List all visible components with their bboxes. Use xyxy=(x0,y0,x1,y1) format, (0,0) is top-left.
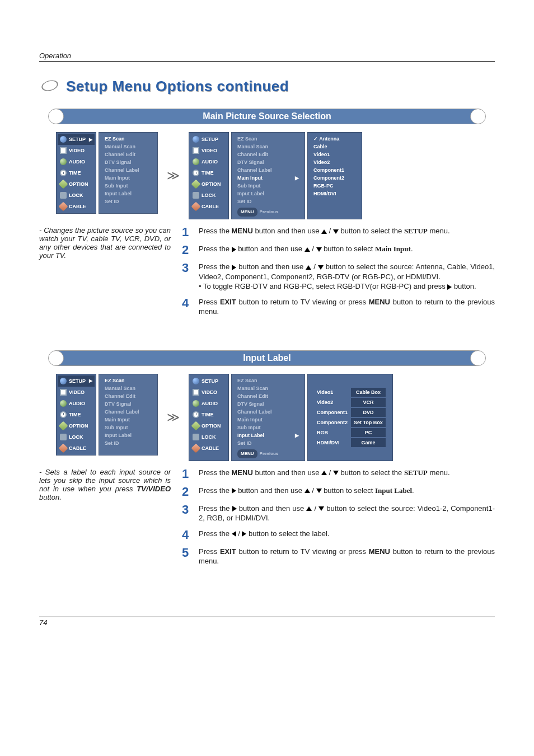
flow-arrow-icon: ≫ xyxy=(163,168,183,183)
time-icon xyxy=(60,411,67,418)
lock-icon xyxy=(193,192,199,199)
audio-icon xyxy=(193,400,199,407)
osd-left: SETUP▶ VIDEO AUDIO TIME OPTION LOCK CABL… xyxy=(56,132,158,214)
cable-icon xyxy=(59,443,68,453)
option-icon xyxy=(191,421,201,430)
audio-icon xyxy=(60,158,67,165)
cable-icon xyxy=(191,202,201,212)
option-icon xyxy=(59,421,68,430)
time-icon xyxy=(193,170,199,176)
section-label: Operation xyxy=(39,51,495,62)
banner-main-picture-source: Main Picture Source Selection xyxy=(39,109,495,124)
lock-icon xyxy=(60,434,67,440)
step-2: 2 Press the button and then use / button… xyxy=(182,486,495,498)
video-icon xyxy=(60,147,67,154)
setup-icon xyxy=(193,136,199,143)
page-title: Setup Menu Options continued xyxy=(66,78,289,95)
step-2: 2 Press the button and then use / button… xyxy=(182,244,495,256)
flow-arrow-icon: ≫ xyxy=(163,410,183,425)
lock-icon xyxy=(193,434,199,440)
lock-icon xyxy=(60,192,67,199)
video-icon xyxy=(193,147,199,154)
video-icon xyxy=(60,389,67,396)
setup-icon xyxy=(193,378,199,384)
cable-icon xyxy=(191,443,201,453)
page-number: 74 xyxy=(39,617,495,627)
satellite-dish-icon xyxy=(39,75,62,97)
time-icon xyxy=(193,411,199,418)
step-3: 3 Press the button and then use / button… xyxy=(182,504,495,523)
step-4: 4 Press the / button to select the label… xyxy=(182,529,495,541)
audio-icon xyxy=(193,158,199,165)
audio-icon xyxy=(60,400,67,407)
step-3: 3 Press the button and then use / button… xyxy=(182,262,495,292)
osd-right-section2: SETUP VIDEO AUDIO TIME OPTION LOCK CABLE… xyxy=(189,374,393,461)
cable-icon xyxy=(59,202,68,212)
step-4: 4 Press EXIT button to return to TV view… xyxy=(182,297,495,317)
option-icon xyxy=(59,180,68,189)
step-1: 1 Press the MENU button and then use / b… xyxy=(182,468,495,480)
setup-icon xyxy=(60,136,67,143)
video-icon xyxy=(193,389,199,396)
step-5: 5 Press EXIT button to return to TV view… xyxy=(182,547,495,566)
section1-description: - Changes the picture source so you can … xyxy=(39,226,171,322)
osd-right-section1: SETUP VIDEO AUDIO TIME OPTION LOCK CABLE… xyxy=(189,132,362,219)
step-1: 1 Press the MENU button and then use / b… xyxy=(182,226,495,238)
time-icon xyxy=(60,170,67,176)
option-icon xyxy=(191,180,201,189)
osd-left-2: SETUP▶ VIDEO AUDIO TIME OPTION LOCK CABL… xyxy=(56,374,158,456)
section2-description: - Sets a label to each input source or l… xyxy=(39,468,171,572)
setup-icon xyxy=(60,378,67,384)
banner-input-label: Input Label xyxy=(39,350,495,366)
